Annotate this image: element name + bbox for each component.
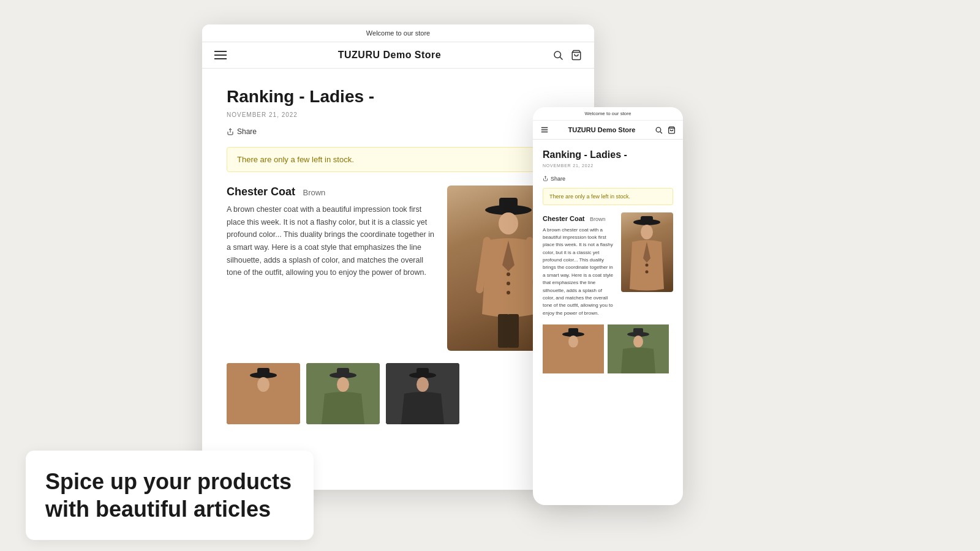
mobile-article-date: NOVEMBER 21, 2022 <box>543 163 673 168</box>
svg-rect-43 <box>633 328 643 336</box>
mobile-nav-icons <box>655 126 676 134</box>
svg-point-34 <box>641 225 653 239</box>
desktop-product-text: Chester Coat Brown A brown chester coat … <box>227 186 435 279</box>
mobile-product-name-row: Chester Coat Brown <box>543 212 615 223</box>
coat-photo-mobile <box>621 212 673 292</box>
desktop-nav: TUZURU Demo Store <box>202 42 594 69</box>
mobile-mockup: Welcome to our store TUZURU Demo Store R… <box>533 107 683 505</box>
mobile-product-text: Chester Coat Brown A brown chester coat … <box>543 212 615 318</box>
svg-rect-19 <box>337 368 349 378</box>
desktop-product-section: Chester Coat Brown A brown chester coat … <box>227 186 570 351</box>
desktop-product-color: Brown <box>303 188 325 197</box>
mobile-hamburger-icon[interactable] <box>540 126 549 134</box>
mobile-content: Ranking - Ladies - NOVEMBER 21, 2022 Sha… <box>533 140 683 383</box>
svg-rect-39 <box>568 328 578 336</box>
mobile-product-color: Brown <box>590 216 606 222</box>
mobile-stock-notice: There are only a few left in stock. <box>543 188 673 205</box>
mobile-cart-icon[interactable] <box>668 126 676 134</box>
svg-point-6 <box>499 212 518 234</box>
mobile-thumbnail-1 <box>543 324 604 373</box>
desktop-nav-icons <box>552 50 582 61</box>
tagline-box: Spice up your products with beautiful ar… <box>26 451 314 540</box>
svg-point-44 <box>633 335 643 348</box>
mobile-product-section: Chester Coat Brown A brown chester coat … <box>543 212 673 318</box>
desktop-nav-title: TUZURU Demo Store <box>338 50 442 61</box>
svg-point-36 <box>646 270 649 273</box>
search-icon[interactable] <box>552 50 564 61</box>
svg-rect-33 <box>641 216 653 225</box>
svg-point-0 <box>554 51 561 58</box>
svg-line-29 <box>660 131 662 133</box>
mobile-nav: TUZURU Demo Store <box>533 121 683 140</box>
svg-point-28 <box>656 127 661 132</box>
svg-point-16 <box>257 377 270 392</box>
cart-icon[interactable] <box>571 50 582 61</box>
desktop-thumbnails-row <box>227 363 570 424</box>
mobile-banner: Welcome to our store <box>533 107 683 121</box>
mobile-article-title: Ranking - Ladies - <box>543 149 673 160</box>
svg-line-1 <box>560 57 562 59</box>
mobile-thumbnails-row <box>543 324 673 373</box>
svg-point-35 <box>646 263 649 266</box>
svg-point-20 <box>337 377 349 392</box>
svg-point-9 <box>507 291 510 294</box>
desktop-thumbnail-2 <box>306 363 380 424</box>
desktop-article-date: NOVEMBER 21, 2022 <box>227 111 570 118</box>
svg-point-8 <box>507 282 510 285</box>
mobile-thumbnail-2 <box>608 324 669 373</box>
tagline-text: Spice up your products with beautiful ar… <box>45 468 294 523</box>
desktop-banner: Welcome to our store <box>202 24 594 42</box>
mobile-share-label: Share <box>551 176 565 182</box>
mobile-nav-title: TUZURU Demo Store <box>568 126 635 133</box>
mobile-share-button[interactable]: Share <box>543 176 565 182</box>
svg-rect-15 <box>257 368 270 378</box>
svg-rect-5 <box>499 198 518 213</box>
desktop-thumbnail-1 <box>227 363 300 424</box>
svg-point-24 <box>417 377 429 392</box>
mobile-product-description: A brown chester coat with a beautiful im… <box>543 227 615 318</box>
svg-point-7 <box>507 272 510 276</box>
share-label: Share <box>237 127 257 136</box>
desktop-article-title: Ranking - Ladies - <box>227 87 570 107</box>
mobile-share-icon <box>543 176 548 181</box>
share-arrow-icon <box>227 128 234 135</box>
hamburger-icon[interactable] <box>214 51 227 59</box>
desktop-stock-notice: There are only a few left in stock. <box>227 147 570 172</box>
desktop-thumbnail-3 <box>386 363 459 424</box>
svg-rect-10 <box>498 314 509 348</box>
desktop-product-description: A brown chester coat with a beautiful im… <box>227 203 435 279</box>
desktop-share-button[interactable]: Share <box>227 127 257 136</box>
svg-rect-11 <box>508 314 519 348</box>
desktop-product-name-row: Chester Coat Brown <box>227 186 435 198</box>
mobile-product-name: Chester Coat <box>543 215 584 222</box>
svg-point-40 <box>568 335 578 348</box>
mobile-search-icon[interactable] <box>655 126 663 134</box>
mobile-product-image <box>621 212 673 292</box>
svg-rect-23 <box>417 368 429 378</box>
desktop-product-name: Chester Coat <box>227 186 295 198</box>
